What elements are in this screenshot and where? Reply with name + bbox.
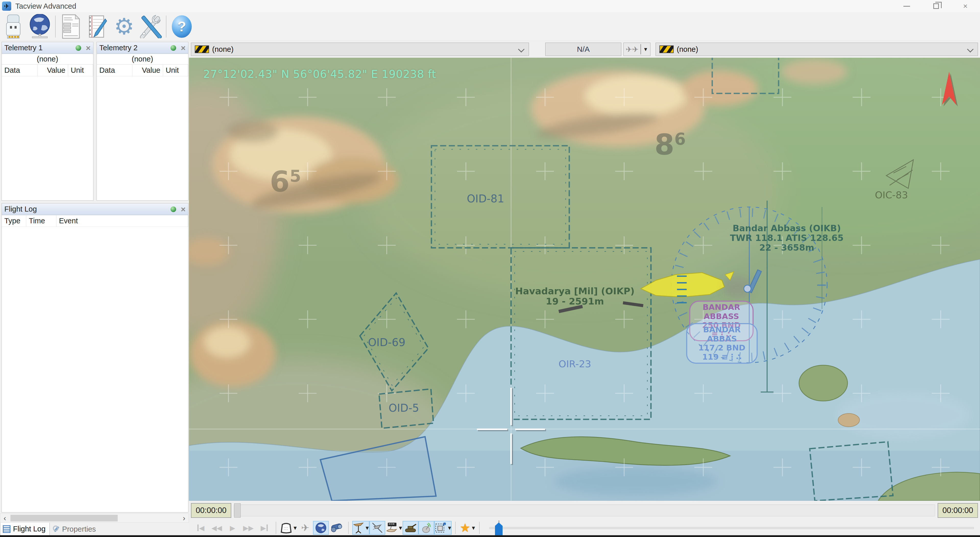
tab-properties[interactable]: Properties — [50, 523, 100, 536]
column-unit[interactable]: Unit — [163, 65, 188, 76]
model-stand-icon — [353, 522, 364, 534]
primary-object-dropdown[interactable]: (none) — [191, 43, 529, 56]
rewind-button[interactable]: ◀◀ — [209, 521, 224, 535]
minimize-button[interactable] — [892, 0, 921, 12]
model-viewer-button[interactable]: ▼ — [352, 521, 369, 535]
pin-icon[interactable] — [76, 45, 81, 51]
dropdown-arrow-icon[interactable]: ▼ — [472, 526, 475, 531]
help-icon: ? — [172, 15, 192, 38]
binoculars-button[interactable] — [329, 521, 345, 535]
pin-icon[interactable] — [170, 45, 176, 51]
dropdown-arrow-icon[interactable]: ▼ — [366, 526, 369, 531]
slider-track[interactable] — [489, 527, 974, 529]
timeline-track[interactable] — [234, 505, 935, 516]
map-viewport[interactable]: 27°12'02.43" N 56°06'45.82" E 190238 ft … — [189, 58, 980, 501]
flight-log-panel: Flight Log × Type Time Event — [2, 203, 188, 513]
area-label-oid5: OID-5 — [388, 402, 419, 414]
aircraft-axes-button[interactable] — [369, 521, 385, 535]
selection-box-button[interactable]: ▼ — [434, 521, 452, 535]
toolbar-separator — [166, 16, 166, 38]
settings-button[interactable]: ⚙ — [111, 14, 137, 39]
favorites-button[interactable]: ★ ▼ — [459, 521, 476, 535]
chase-view-button[interactable]: ✈ — [297, 521, 313, 535]
telemetry1-panel: Telemetry 1 × (none) Data Value Unit — [2, 42, 94, 200]
left-dock: Telemetry 1 × (none) Data Value Unit Tel… — [0, 41, 189, 537]
dropdown-arrow-icon[interactable]: ▼ — [641, 46, 650, 52]
primary-object-value: (none) — [212, 45, 234, 54]
restore-button[interactable] — [921, 0, 951, 12]
online-flights-button[interactable] — [27, 14, 53, 39]
time-end-display[interactable]: 00:00:00 — [938, 503, 978, 518]
tab-properties-label: Properties — [62, 525, 96, 534]
tab-flight-log[interactable]: Flight Log — [0, 523, 50, 536]
label-tag-icon — [386, 522, 398, 534]
debrief-notes-button[interactable] — [84, 14, 111, 39]
sensors-button[interactable] — [418, 521, 434, 535]
vor-label-bandar-abbas-117: BANDAR ABBAS 117.2 BND 119 ≡⋮∴ — [686, 323, 758, 364]
close-icon[interactable]: × — [86, 44, 91, 52]
timeline-bar: 00:00:00 00:00:00 — [189, 501, 980, 520]
telemetry1-header[interactable]: Telemetry 1 × — [2, 42, 93, 54]
flight-log-body[interactable] — [2, 227, 188, 512]
usb-device-icon — [4, 14, 22, 39]
tab-flight-log-label: Flight Log — [13, 525, 45, 533]
dropdown-arrow-icon[interactable]: ▼ — [448, 526, 451, 531]
help-button[interactable]: ? — [169, 14, 195, 39]
flight-log-hscrollbar[interactable]: ‹ › — [0, 513, 189, 523]
swap-objects-button[interactable]: ✈✈ ▼ — [624, 43, 651, 56]
open-device-button[interactable] — [0, 14, 27, 39]
column-value[interactable]: Value — [38, 65, 68, 76]
telemetry2-panel: Telemetry 2 × (none) Data Value Unit — [97, 42, 188, 200]
jet-icon: ✈ — [301, 522, 309, 534]
column-value[interactable]: Value — [132, 65, 163, 76]
tacview-app-icon: ✈ — [2, 2, 11, 11]
close-icon[interactable]: × — [181, 44, 186, 52]
telemetry2-columns: Data Value Unit — [97, 65, 188, 76]
list-icon — [3, 525, 11, 533]
column-time[interactable]: Time — [26, 215, 56, 227]
skip-last-button[interactable]: ▶ — [256, 521, 272, 535]
secondary-object-dropdown[interactable]: (none) — [655, 43, 978, 56]
cockpit-view-button[interactable]: ▼ — [280, 521, 297, 535]
telemetry2-body[interactable] — [97, 76, 188, 200]
area-label-oid69: OID-69 — [368, 336, 406, 349]
telemetry1-selection[interactable]: (none) — [2, 54, 93, 65]
column-event[interactable]: Event — [56, 215, 188, 227]
dropdown-arrow-icon[interactable]: ▼ — [399, 526, 402, 531]
close-button[interactable]: × — [951, 0, 980, 12]
flight-log-header[interactable]: Flight Log × — [2, 203, 188, 215]
close-icon[interactable]: × — [181, 205, 186, 213]
time-start-display[interactable]: 00:00:00 — [191, 503, 231, 518]
telemetry2-header[interactable]: Telemetry 2 × — [97, 42, 188, 54]
timeline-cursor[interactable] — [234, 503, 241, 518]
playback-speed-slider[interactable] — [489, 522, 974, 534]
scroll-left-icon[interactable]: ‹ — [0, 514, 10, 523]
area-label-oir23: OIR-23 — [558, 358, 591, 370]
window-bottom-edge — [0, 535, 980, 537]
column-data[interactable]: Data — [2, 65, 38, 76]
flight-log-title: Flight Log — [4, 205, 37, 213]
column-data[interactable]: Data — [97, 65, 132, 76]
telemetry2-selection[interactable]: (none) — [97, 54, 188, 65]
two-jets-icon: ✈✈ — [624, 45, 641, 54]
secondary-object-value: (none) — [677, 45, 698, 54]
scroll-right-icon[interactable]: › — [180, 514, 189, 523]
column-unit[interactable]: Unit — [68, 65, 93, 76]
dropdown-arrow-icon[interactable]: ▼ — [294, 526, 297, 531]
notepad-pen-icon — [87, 14, 108, 39]
pin-icon[interactable] — [170, 207, 176, 212]
fast-forward-button[interactable]: ▶▶ — [240, 521, 256, 535]
labels-options-button[interactable]: ▼ — [385, 521, 402, 535]
hscroll-thumb[interactable] — [11, 515, 118, 521]
telemetry1-body[interactable] — [2, 76, 93, 200]
ground-objects-button[interactable] — [402, 521, 418, 535]
flight-report-button[interactable] — [58, 14, 84, 39]
slider-handle[interactable] — [495, 523, 503, 536]
tacview-window: ✈ Tacview Advanced × — [0, 0, 980, 537]
title-bar[interactable]: ✈ Tacview Advanced × — [0, 0, 980, 12]
advanced-tools-button[interactable] — [137, 14, 164, 39]
column-type[interactable]: Type — [2, 215, 26, 227]
play-button[interactable]: ▶ — [224, 521, 240, 535]
skip-first-button[interactable]: ◀ — [193, 521, 209, 535]
free-camera-button[interactable] — [313, 521, 329, 535]
